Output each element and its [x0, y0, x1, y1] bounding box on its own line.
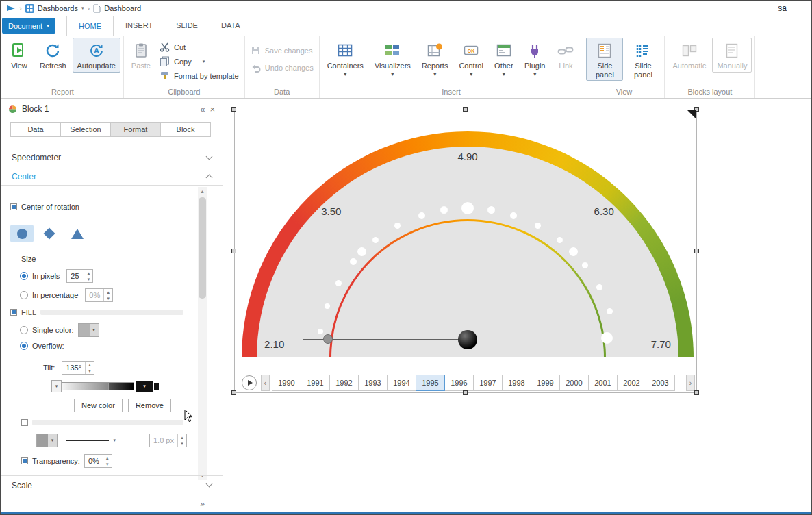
tab-data[interactable]: DATA — [210, 16, 252, 36]
cut-button[interactable]: Cut — [157, 41, 242, 53]
breadcrumb-dashboard[interactable]: Dashboard — [93, 4, 141, 13]
single-color-dropdown[interactable]: ▾ — [78, 323, 99, 337]
containers-button[interactable]: Containers ▾ — [322, 38, 368, 78]
selection-handle-top-left[interactable] — [231, 107, 236, 112]
timeline-year-2001[interactable]: 2001 — [588, 375, 618, 391]
visualizers-button[interactable]: Visualizers ▾ — [370, 38, 416, 78]
selection-handle-middle-left[interactable] — [231, 249, 236, 253]
timeline-play-button[interactable] — [242, 375, 257, 390]
line-width-input[interactable]: 1.0 px ▲▼ — [149, 434, 187, 447]
timeline-year-1990[interactable]: 1990 — [272, 375, 301, 391]
section-speedometer[interactable]: Speedometer — [1, 147, 223, 168]
panel-scrollbar[interactable]: ▲ ▼ — [198, 187, 207, 480]
save-changes-button[interactable]: Save changes — [248, 45, 316, 56]
timeline-year-1994[interactable]: 1994 — [387, 375, 416, 391]
selection-handle-top-middle[interactable] — [463, 107, 468, 112]
spin-up-icon[interactable]: ▲ — [86, 362, 94, 368]
block-resize-corner-icon[interactable] — [687, 110, 696, 119]
timeline-year-2003[interactable]: 2003 — [646, 375, 675, 391]
gradient-color-stop-dropdown[interactable]: ▾ — [136, 381, 153, 392]
selection-handle-middle-right[interactable] — [694, 249, 699, 253]
in-pixels-radio[interactable] — [20, 272, 28, 280]
timeline-year-1995[interactable]: 1995 — [416, 375, 445, 391]
plugin-button[interactable]: Plugin ▾ — [520, 38, 550, 78]
scroll-up-icon[interactable]: ▲ — [198, 187, 207, 196]
timeline-year-2000[interactable]: 2000 — [559, 375, 589, 391]
spin-up-icon[interactable]: ▲ — [103, 455, 112, 461]
fill-checkbox[interactable] — [10, 309, 17, 316]
timeline-next-button[interactable]: › — [686, 375, 695, 391]
spin-down-icon[interactable]: ▼ — [178, 440, 186, 447]
format-by-template-button[interactable]: Format by template — [157, 70, 242, 81]
selection-handle-bottom-left[interactable] — [231, 390, 236, 395]
panel-tab-data[interactable]: Data — [11, 123, 61, 136]
side-panel-button[interactable]: Side panel — [586, 38, 623, 81]
single-color-radio[interactable] — [20, 326, 28, 334]
tilt-input[interactable]: 135° ▲▼ — [62, 361, 94, 375]
section-scale[interactable]: Scale — [1, 475, 223, 494]
tab-home[interactable]: HOME — [66, 16, 114, 36]
shape-triangle-option[interactable] — [71, 229, 84, 239]
center-of-rotation-dot[interactable] — [458, 330, 477, 349]
view-button[interactable]: View — [5, 38, 34, 73]
gradient-preview-light[interactable] — [62, 382, 108, 390]
collapse-panel-icon[interactable]: « — [200, 104, 205, 114]
timeline-year-1997[interactable]: 1997 — [473, 375, 503, 391]
spin-down-icon[interactable]: ▼ — [104, 295, 112, 301]
other-button[interactable]: Other ▾ — [490, 38, 518, 78]
manually-button[interactable]: Manually — [712, 38, 752, 73]
spin-down-icon[interactable]: ▼ — [84, 276, 92, 282]
refresh-button[interactable]: Refresh — [35, 38, 71, 73]
scrollbar-thumb[interactable] — [199, 197, 206, 299]
reports-button[interactable]: Reports ▾ — [417, 38, 453, 78]
spin-up-icon[interactable]: ▲ — [178, 434, 186, 440]
tab-slide[interactable]: SLIDE — [164, 16, 210, 36]
speedometer-block[interactable]: 2.103.504.906.307.70 ‹ 19901991199219931… — [234, 110, 697, 393]
timeline-year-1998[interactable]: 1998 — [502, 375, 531, 391]
timeline-year-1993[interactable]: 1993 — [358, 375, 388, 391]
percentage-input[interactable]: 0% ▲▼ — [85, 288, 113, 302]
in-percentage-radio[interactable] — [20, 291, 28, 299]
timeline-year-1992[interactable]: 1992 — [329, 375, 359, 391]
dashboard-canvas[interactable]: 2.103.504.906.307.70 ‹ 19901991199219931… — [224, 99, 811, 512]
user-name[interactable]: sa — [778, 3, 806, 13]
spin-up-icon[interactable]: ▲ — [104, 289, 112, 295]
gradient-dropdown[interactable]: ▾ — [51, 380, 62, 392]
panel-expand-icon[interactable]: » — [200, 499, 205, 509]
panel-tab-block[interactable]: Block — [161, 123, 210, 136]
gradient-color-stop-marker[interactable] — [154, 383, 159, 390]
spin-up-icon[interactable]: ▲ — [84, 270, 92, 276]
copy-button[interactable]: Copy ▾ — [157, 55, 242, 67]
slide-panel-button[interactable]: Slide panel — [624, 38, 661, 81]
timeline-year-2002[interactable]: 2002 — [617, 375, 646, 391]
timeline-year-1991[interactable]: 1991 — [301, 375, 330, 391]
transparency-input[interactable]: 0% ▲▼ — [84, 454, 112, 468]
pixels-input[interactable]: 25 ▲▼ — [66, 269, 93, 283]
paste-button[interactable]: Paste — [127, 38, 155, 73]
control-button[interactable]: OK Control ▾ — [454, 38, 487, 78]
spin-down-icon[interactable]: ▼ — [103, 461, 112, 467]
selection-handle-bottom-right[interactable] — [694, 390, 699, 395]
autoupdate-button[interactable]: A Autoupdate — [73, 38, 120, 73]
automatic-button[interactable]: Automatic — [668, 38, 711, 73]
app-logo-icon[interactable] — [6, 3, 16, 13]
selection-handle-bottom-middle[interactable] — [463, 390, 468, 395]
line-color-dropdown[interactable]: ▾ — [36, 434, 58, 447]
breadcrumb-dashboards[interactable]: Dashboards ▾ — [25, 4, 84, 13]
timeline-prev-button[interactable]: ‹ — [261, 375, 270, 391]
panel-tab-format[interactable]: Format — [111, 123, 161, 136]
new-color-button[interactable]: New color — [74, 399, 123, 412]
undo-changes-button[interactable]: Undo changes — [248, 62, 316, 73]
line-style-dropdown[interactable]: ▾ — [62, 434, 120, 447]
panel-tab-selection[interactable]: Selection — [61, 123, 111, 136]
spin-down-icon[interactable]: ▼ — [86, 368, 94, 374]
gradient-preview-dark[interactable] — [108, 382, 134, 390]
border-checkbox[interactable] — [21, 419, 28, 426]
remove-button[interactable]: Remove — [128, 399, 171, 412]
tab-insert[interactable]: INSERT — [114, 16, 164, 36]
center-of-rotation-checkbox[interactable] — [10, 203, 17, 210]
document-menu-button[interactable]: Document ▾ — [2, 18, 55, 34]
overflow-radio[interactable] — [20, 342, 28, 350]
timeline-year-1996[interactable]: 1996 — [444, 375, 474, 391]
shape-circle-option[interactable] — [10, 225, 34, 242]
